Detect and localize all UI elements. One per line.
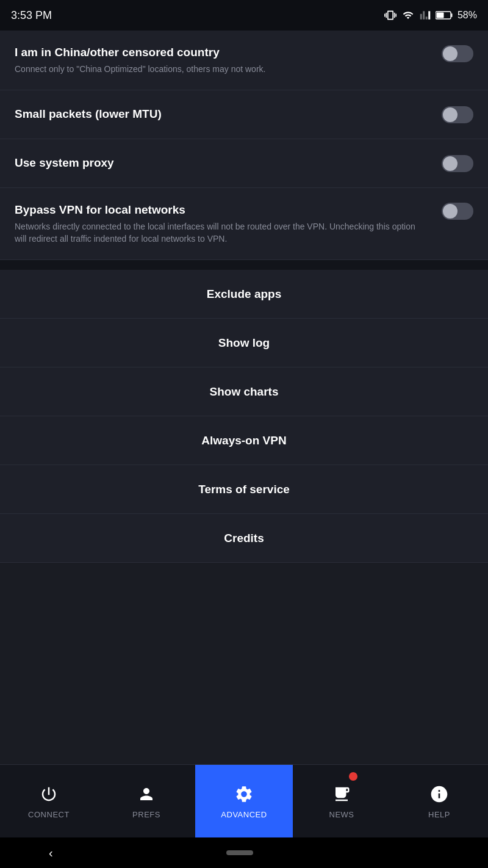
section-divider (0, 260, 488, 270)
nav-connect[interactable]: CONNECT (0, 765, 98, 837)
small-packets-title: Small packets (lower MTU) (15, 107, 429, 122)
show-log-row[interactable]: Show log (0, 319, 488, 367)
china-mode-text: I am in China/other censored country Con… (15, 45, 442, 75)
battery-percent: 58% (458, 10, 477, 21)
nav-prefs-label: PREFS (132, 810, 160, 819)
terms-of-service-label: Terms of service (198, 483, 290, 496)
news-icon (331, 783, 353, 805)
credits-row[interactable]: Credits (0, 514, 488, 563)
small-packets-text: Small packets (lower MTU) (15, 107, 442, 122)
main-content: I am in China/other censored country Con… (0, 31, 488, 764)
show-log-label: Show log (218, 336, 270, 350)
bottom-nav: CONNECT PREFS ADVANCED NEWS (0, 764, 488, 837)
show-charts-row[interactable]: Show charts (0, 367, 488, 416)
bypass-vpn-row: Bypass VPN for local networks Networks d… (0, 188, 488, 260)
gear-icon (233, 783, 255, 805)
svg-rect-1 (451, 13, 452, 17)
news-badge (349, 772, 357, 781)
china-mode-toggle[interactable] (442, 45, 473, 62)
power-icon (38, 783, 60, 805)
china-mode-row: I am in China/other censored country Con… (0, 31, 488, 90)
info-icon (428, 783, 450, 805)
china-mode-desc: Connect only to "China Optimized" locati… (15, 63, 429, 76)
exclude-apps-row[interactable]: Exclude apps (0, 270, 488, 319)
wifi-icon (401, 10, 415, 21)
nav-advanced-label: ADVANCED (221, 810, 267, 819)
always-on-vpn-row[interactable]: Always-on VPN (0, 416, 488, 465)
home-indicator[interactable] (226, 850, 253, 855)
small-packets-toggle[interactable] (442, 106, 473, 123)
nav-news[interactable]: NEWS (293, 765, 390, 837)
nav-advanced[interactable]: ADVANCED (195, 765, 293, 837)
always-on-vpn-label: Always-on VPN (201, 434, 286, 447)
terms-of-service-row[interactable]: Terms of service (0, 465, 488, 514)
nav-prefs[interactable]: PREFS (98, 765, 195, 837)
signal-icon (420, 10, 431, 21)
bypass-vpn-title: Bypass VPN for local networks (15, 203, 429, 218)
bypass-vpn-desc: Networks directly connected to the local… (15, 221, 429, 245)
android-nav-bar: ‹ (0, 837, 488, 868)
nav-help-label: HELP (428, 810, 450, 819)
nav-connect-label: CONNECT (28, 810, 70, 819)
system-proxy-title: Use system proxy (15, 156, 429, 171)
vibrate-icon (384, 9, 396, 21)
system-proxy-toggle[interactable] (442, 155, 473, 172)
system-proxy-row: Use system proxy (0, 139, 488, 188)
status-icons: 58% (384, 9, 477, 21)
battery-icon (436, 10, 453, 21)
back-button[interactable]: ‹ (49, 846, 53, 860)
status-bar: 3:53 PM 58% (0, 0, 488, 31)
exclude-apps-label: Exclude apps (207, 288, 282, 301)
person-icon (135, 783, 157, 805)
svg-rect-2 (436, 13, 443, 18)
system-proxy-text: Use system proxy (15, 156, 442, 171)
small-packets-row: Small packets (lower MTU) (0, 90, 488, 139)
show-charts-label: Show charts (210, 385, 279, 399)
china-mode-title: I am in China/other censored country (15, 45, 429, 60)
nav-help[interactable]: HELP (390, 765, 488, 837)
credits-label: Credits (224, 532, 264, 545)
bypass-vpn-toggle[interactable] (442, 203, 473, 220)
status-time: 3:53 PM (11, 9, 52, 22)
bypass-vpn-text: Bypass VPN for local networks Networks d… (15, 203, 442, 245)
nav-news-label: NEWS (329, 810, 354, 819)
